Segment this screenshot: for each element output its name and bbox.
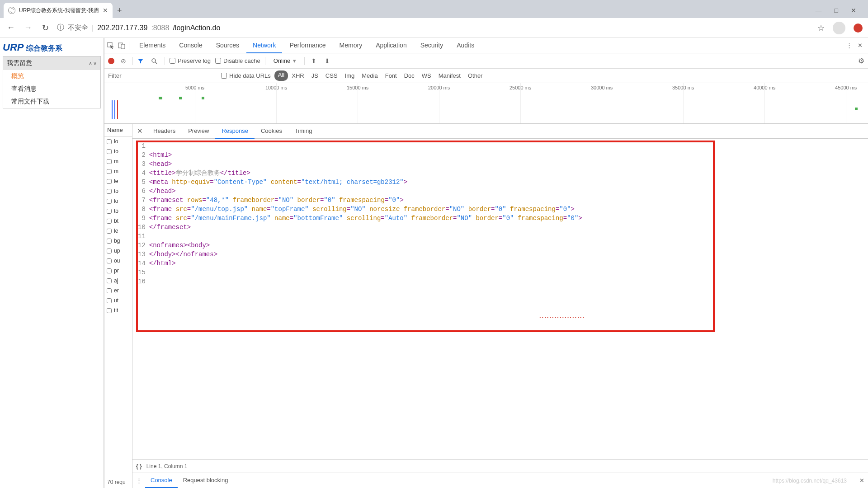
- filter-input[interactable]: [104, 69, 217, 83]
- devtools-menu-icon[interactable]: ⋮: [846, 42, 852, 49]
- hide-data-urls-checkbox[interactable]: Hide data URLs: [221, 72, 271, 79]
- request-checkbox[interactable]: [107, 308, 112, 313]
- type-filter-js[interactable]: JS: [308, 70, 322, 81]
- code-line[interactable]: </head>: [149, 187, 866, 196]
- type-filter-all[interactable]: All: [274, 70, 288, 81]
- request-checkbox[interactable]: [107, 199, 112, 204]
- request-row[interactable]: ou: [104, 256, 132, 266]
- devtools-tab-memory[interactable]: Memory: [333, 38, 369, 53]
- minimize-button[interactable]: —: [816, 7, 822, 14]
- type-filter-manifest[interactable]: Manifest: [435, 70, 464, 81]
- devtools-tab-network[interactable]: Network: [246, 38, 282, 53]
- request-row[interactable]: lo: [104, 136, 132, 146]
- devtools-close-icon[interactable]: ✕: [858, 42, 863, 49]
- side-item-1[interactable]: 查看消息: [3, 83, 100, 95]
- code-line[interactable]: <meta http-equiv="Content-Type" content=…: [149, 178, 866, 187]
- close-detail-icon[interactable]: ✕: [132, 127, 147, 135]
- type-filter-ws[interactable]: WS: [418, 70, 435, 81]
- profile-avatar-icon[interactable]: [833, 22, 845, 34]
- request-row[interactable]: le: [104, 176, 132, 186]
- clear-icon[interactable]: ⊘: [119, 57, 128, 65]
- detail-tab-timing[interactable]: Timing: [288, 124, 319, 139]
- side-panel-title[interactable]: 我需留意 ∧∨: [3, 56, 100, 70]
- type-filter-other[interactable]: Other: [464, 70, 486, 81]
- request-row[interactable]: to: [104, 206, 132, 216]
- request-row[interactable]: bt: [104, 216, 132, 226]
- detail-tab-response[interactable]: Response: [215, 124, 255, 139]
- response-body[interactable]: 12345678910111213141516 <html><head><tit…: [132, 139, 868, 459]
- request-checkbox[interactable]: [107, 159, 112, 164]
- forward-button[interactable]: →: [23, 23, 33, 33]
- url-field[interactable]: ⓘ 不安全 | 202.207.177.39:8088/loginAction.…: [57, 23, 811, 33]
- devtools-tab-audits[interactable]: Audits: [450, 38, 481, 53]
- devtools-tab-security[interactable]: Security: [414, 38, 450, 53]
- name-column-header[interactable]: Name: [104, 124, 132, 136]
- type-filter-font[interactable]: Font: [382, 70, 401, 81]
- request-row[interactable]: ut: [104, 296, 132, 305]
- request-checkbox[interactable]: [107, 169, 112, 174]
- request-row[interactable]: to: [104, 186, 132, 196]
- reload-button[interactable]: ↻: [40, 23, 51, 33]
- format-icon[interactable]: { }: [136, 463, 142, 469]
- network-timeline[interactable]: 5000 ms10000 ms15000 ms20000 ms25000 ms3…: [104, 83, 868, 124]
- drawer-tab-console[interactable]: Console: [145, 473, 178, 488]
- device-toggle-icon[interactable]: [118, 42, 129, 49]
- type-filter-xhr[interactable]: XHR: [288, 70, 307, 81]
- request-checkbox[interactable]: [107, 219, 112, 224]
- code-line[interactable]: [149, 232, 866, 241]
- request-checkbox[interactable]: [107, 288, 112, 293]
- request-checkbox[interactable]: [107, 179, 112, 184]
- drawer-close-icon[interactable]: ✕: [859, 477, 864, 484]
- close-tab-icon[interactable]: ✕: [103, 7, 108, 14]
- detail-tab-headers[interactable]: Headers: [147, 124, 182, 139]
- request-row[interactable]: up: [104, 246, 132, 256]
- code-line[interactable]: </html>: [149, 259, 866, 268]
- detail-tab-preview[interactable]: Preview: [182, 124, 215, 139]
- devtools-tab-sources[interactable]: Sources: [210, 38, 245, 53]
- filter-icon[interactable]: [137, 58, 146, 64]
- search-icon[interactable]: [151, 58, 160, 64]
- code-line[interactable]: <title>学分制综合教务</title>: [149, 169, 866, 178]
- devtools-tab-console[interactable]: Console: [173, 38, 208, 53]
- request-checkbox[interactable]: [107, 298, 112, 303]
- inspect-icon[interactable]: [107, 42, 118, 49]
- request-checkbox[interactable]: [107, 139, 112, 144]
- code-line[interactable]: [149, 277, 866, 286]
- maximize-button[interactable]: □: [835, 7, 838, 14]
- request-row[interactable]: bg: [104, 236, 132, 246]
- request-checkbox[interactable]: [107, 209, 112, 214]
- info-icon[interactable]: ⓘ: [57, 23, 64, 33]
- side-item-0[interactable]: 概览: [3, 70, 100, 83]
- code-line[interactable]: [149, 141, 866, 150]
- code-line[interactable]: <frame src="/menu/mainFrame.jsp" name="b…: [149, 214, 866, 223]
- request-checkbox[interactable]: [107, 239, 112, 244]
- devtools-tab-elements[interactable]: Elements: [133, 38, 172, 53]
- request-checkbox[interactable]: [107, 278, 112, 283]
- devtools-tab-performance[interactable]: Performance: [283, 38, 332, 53]
- download-har-icon[interactable]: ⬇: [323, 57, 332, 65]
- drawer-menu-icon[interactable]: ⋮: [136, 477, 145, 484]
- request-checkbox[interactable]: [107, 249, 112, 253]
- type-filter-doc[interactable]: Doc: [401, 70, 418, 81]
- preserve-log-checkbox[interactable]: Preserve log: [170, 57, 211, 64]
- code-line[interactable]: </frameset>: [149, 223, 866, 232]
- record-button[interactable]: [108, 58, 114, 64]
- code-line[interactable]: [149, 268, 866, 277]
- back-button[interactable]: ←: [5, 23, 16, 33]
- request-row[interactable]: le: [104, 226, 132, 236]
- extension-icon[interactable]: [854, 23, 863, 33]
- bookmark-star-icon[interactable]: ☆: [817, 23, 825, 33]
- request-row[interactable]: tit: [104, 305, 132, 315]
- request-row[interactable]: m: [104, 166, 132, 176]
- code-line[interactable]: <frame src="/menu/top.jsp" name="topFram…: [149, 205, 866, 214]
- code-line[interactable]: <head>: [149, 160, 866, 169]
- code-line[interactable]: <noframes><body>: [149, 241, 866, 250]
- drawer-tab-request-blocking[interactable]: Request blocking: [178, 473, 234, 488]
- close-window-button[interactable]: ✕: [851, 7, 856, 14]
- detail-tab-cookies[interactable]: Cookies: [255, 124, 288, 139]
- code-line[interactable]: <html>: [149, 150, 866, 160]
- request-checkbox[interactable]: [107, 229, 112, 234]
- request-checkbox[interactable]: [107, 149, 112, 154]
- devtools-tab-application[interactable]: Application: [369, 38, 413, 53]
- request-row[interactable]: pr: [104, 266, 132, 276]
